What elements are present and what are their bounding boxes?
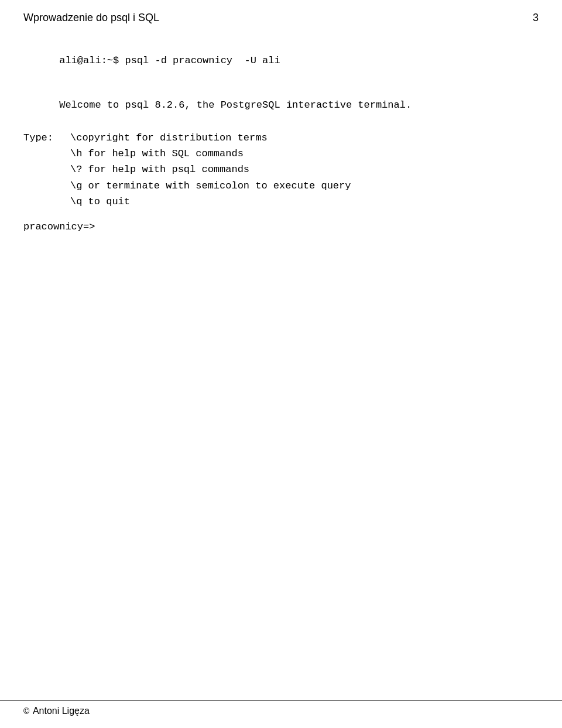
page-container: Wprowadzenie do psql i SQL 3 ali@ali:~$ … (0, 0, 562, 728)
type-content: \copyright for distribution terms \h for… (70, 130, 351, 210)
terminal-command: ali@ali:~$ psql -d pracownicy -U ali (23, 38, 539, 83)
page-footer: © Antoni Ligęza (0, 700, 562, 716)
footer-copyright: © Antoni Ligęza (23, 706, 90, 716)
page-title: Wprowadzenie do psql i SQL (23, 12, 159, 24)
prompt-text: pracownicy=> (23, 221, 95, 232)
type-line-2: \h for help with SQL commands (70, 146, 351, 162)
command-line: ali@ali:~$ psql -d pracownicy -U ali (59, 55, 280, 66)
terminal-welcome: Welcome to psql 8.2.6, the PostgreSQL in… (23, 83, 539, 128)
type-line-3: \? for help with psql commands (70, 162, 351, 177)
page-header: Wprowadzenie do psql i SQL 3 (23, 12, 539, 24)
welcome-line: Welcome to psql 8.2.6, the PostgreSQL in… (59, 99, 412, 111)
type-label: Type: (23, 130, 70, 210)
type-line-4: \g or terminate with semicolon to execut… (70, 178, 351, 194)
type-line-1: \copyright for distribution terms (70, 130, 351, 146)
type-line-5: \q to quit (70, 194, 351, 210)
footer-author: Antoni Ligęza (33, 706, 90, 716)
page-number: 3 (533, 12, 539, 24)
content-area: ali@ali:~$ psql -d pracownicy -U ali Wel… (23, 38, 539, 232)
copyright-symbol: © (23, 706, 29, 716)
prompt-line: pracownicy=> (23, 221, 539, 232)
type-section: Type: \copyright for distribution terms … (23, 130, 539, 210)
